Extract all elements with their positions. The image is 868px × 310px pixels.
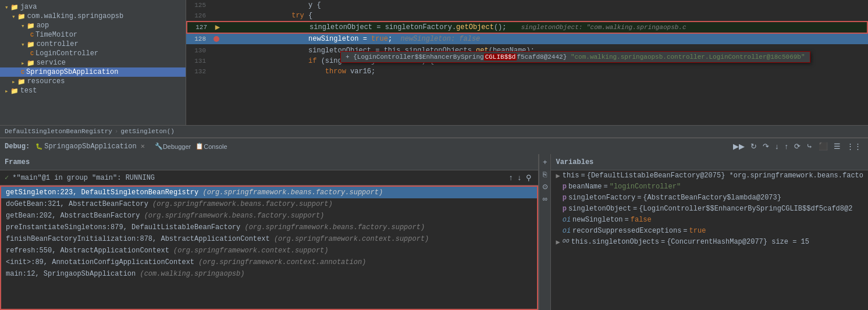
tree-label-resources: resources: [27, 77, 65, 85]
var-item-newsingleton[interactable]: ▶ oi newSingleton = false: [551, 215, 868, 226]
code-content-127: singletonObject = singletonFactory.getOb…: [223, 22, 867, 33]
chevron-down-icon: ▾: [12, 13, 16, 20]
layout-btn[interactable]: ⋮⋮: [845, 141, 863, 152]
tree-item-springaopsb-application[interactable]: C SpringaopSbApplication: [0, 67, 186, 77]
resume-btn[interactable]: ▶▶: [731, 141, 746, 152]
tree-label-springaopsb-application: SpringaopSbApplication: [26, 68, 118, 76]
var-val-this: {DefaultListableBeanFactory@2075} *org.s…: [587, 172, 863, 180]
line-num-125: 125: [186, 0, 211, 10]
frame-item-2[interactable]: getBean:202, AbstractBeanFactory (org.sp…: [1, 210, 537, 222]
side-panel-icons: + ⎘ ⊙ ∞: [539, 154, 551, 310]
code-line-132: 132 throw var16;: [186, 66, 868, 77]
frames-list: getSingleton:223, DefaultSingletonBeanRe…: [0, 186, 538, 310]
force-step-btn[interactable]: ⟳: [792, 141, 802, 152]
tree-item-test[interactable]: ▸ 📁 test: [0, 86, 186, 95]
top-area: ▾ 📁 java ▾ 📁 com.walking.springaopsb ▾ 📁…: [0, 0, 868, 125]
tree-item-aop[interactable]: ▾ 📁 aop: [0, 21, 186, 30]
debug-app-tab[interactable]: 🐛 SpringaopSbApplication ✕: [35, 142, 145, 151]
folder-icon: 📁: [17, 13, 26, 20]
inspect-btn[interactable]: ⊙: [541, 181, 549, 192]
code-content-126: try {: [222, 10, 868, 21]
frame-item-4[interactable]: finishBeanFactoryInitialization:878, Abs…: [1, 233, 537, 245]
frame-pkg-5: (org.springframework.context.support): [173, 247, 328, 255]
step-into-btn[interactable]: ↓: [773, 141, 781, 152]
var-equals: =: [637, 194, 641, 202]
debug-tooltip: + {LoginController$$EnhancerBySpringCGLI…: [340, 51, 810, 63]
thread-up-btn[interactable]: ↑: [507, 173, 515, 183]
frame-item-3[interactable]: preInstantiateSingletons:879, DefaultLis…: [1, 222, 537, 233]
app-icon: 🐛: [35, 143, 42, 150]
var-item-recordsuppressed[interactable]: ▶ oi recordSuppressedExceptions = true: [551, 226, 868, 237]
code-lines: 125 y { 126 try { 127 ▶: [186, 0, 868, 77]
tab-debugger[interactable]: 🔧 Debugger: [153, 141, 193, 151]
var-name-singletonobjects: this.singletonObjects: [571, 238, 659, 246]
thread-filter-btn[interactable]: ⚲: [524, 173, 533, 183]
step-out-btn[interactable]: ↑: [783, 141, 791, 152]
frame-item-1[interactable]: doGetBean:321, AbstractBeanFactory (org.…: [1, 198, 537, 210]
frames-panel: Frames ✓ *"main"@1 in group "main": RUNN…: [0, 154, 539, 310]
close-icon[interactable]: ✕: [141, 142, 145, 151]
frame-pkg-3: (org.springframework.beans.factory.suppo…: [244, 223, 425, 231]
frame-name-4: finishBeanFactoryInitialization:878, Abs…: [6, 235, 274, 243]
breadcrumb-separator: ›: [115, 128, 119, 135]
tab-console[interactable]: 📋 Console: [194, 141, 229, 151]
var-item-singletonfactory[interactable]: ▶ p singletonFactory = {AbstractBeanFact…: [551, 193, 868, 204]
thread-name: *"main"@1 in group "main": RUNNING: [12, 174, 155, 182]
variables-panel-header: Variables: [551, 154, 868, 170]
expand-icon[interactable]: ▶: [556, 172, 560, 180]
var-name-singletonfactory: singletonFactory: [568, 194, 635, 202]
tree-label-test: test: [20, 87, 37, 95]
debug-label: Debug:: [5, 142, 30, 151]
var-item-singletonobject[interactable]: ▶ p singletonObject = {LoginController$$…: [551, 204, 868, 215]
frame-item-7[interactable]: main:12, SpringaopSbApplication (com.wal…: [1, 268, 537, 280]
chevron-right-icon: ▸: [21, 59, 25, 67]
var-name-beanname: beanName: [568, 183, 602, 191]
tree-item-timemoitor[interactable]: C TimeMoitor: [0, 30, 186, 40]
frame-pkg-1: (org.springframework.beans.factory.suppo…: [152, 200, 333, 208]
run-to-cursor-btn[interactable]: ⤷: [805, 141, 814, 152]
frame-item-0[interactable]: getSingleton:223, DefaultSingletonBeanRe…: [1, 187, 537, 198]
stop-btn[interactable]: ⬛: [817, 141, 830, 152]
tree-label-service: service: [37, 59, 66, 67]
frame-name-1: doGetBean:321, AbstractBeanFactory: [6, 200, 152, 208]
chevron-down-icon: ▾: [5, 3, 9, 11]
var-item-beanname[interactable]: ▶ p beanName = "loginController": [551, 181, 868, 193]
code-line-128: 128 newSingleton = true; newSingleton: f…: [186, 34, 868, 44]
tree-item-controller[interactable]: ▾ 📁 controller: [0, 40, 186, 49]
tree-item-java[interactable]: ▾ 📁 java: [0, 2, 186, 12]
breadcrumb-part2[interactable]: getSingleton(): [120, 128, 174, 135]
code-line-125: 125 y {: [186, 0, 868, 10]
frame-item-6[interactable]: <init>:89, AnnotationConfigApplicationCo…: [1, 256, 537, 268]
var-type-oi-icon: oi: [563, 216, 571, 224]
code-editor: 125 y { 126 try { 127 ▶: [186, 0, 868, 125]
var-item-singletonobjects[interactable]: ▶ oo this.singletonObjects = {Concurrent…: [551, 237, 868, 248]
expand-icon[interactable]: ▶: [556, 238, 560, 247]
tree-item-com[interactable]: ▾ 📁 com.walking.springaopsb: [0, 12, 186, 21]
console-label: Console: [204, 143, 227, 150]
rerun-btn[interactable]: ↻: [749, 141, 759, 152]
thread-check-icon: ✓: [5, 173, 9, 182]
tree-item-resources[interactable]: ▸ 📁 resources: [0, 77, 186, 86]
step-over-btn[interactable]: ↷: [761, 141, 771, 152]
frames-panel-header: Frames: [0, 154, 538, 170]
copy-btn[interactable]: ⎘: [542, 169, 548, 180]
thread-down-btn[interactable]: ↓: [515, 173, 523, 183]
tooltip-cglib: CGLIB$$d: [484, 54, 517, 60]
folder-icon: 📁: [27, 22, 35, 30]
debug-bar: Debug: 🐛 SpringaopSbApplication ✕ 🔧 Debu…: [0, 138, 868, 154]
add-watch-btn[interactable]: +: [542, 156, 549, 168]
breadcrumb-part1[interactable]: DefaultSingletonBeanRegistry: [5, 128, 112, 135]
debug-app-name: SpringaopSbApplication: [44, 142, 136, 151]
bottom-panel: Frames ✓ *"main"@1 in group "main": RUNN…: [0, 154, 868, 310]
frame-item-5[interactable]: refresh:550, AbstractApplicationContext …: [1, 245, 537, 256]
var-equals: =: [661, 238, 665, 246]
var-item-this[interactable]: ▶ this = {DefaultListableBeanFactory@207…: [551, 170, 868, 181]
tree-item-service[interactable]: ▸ 📁 service: [0, 58, 186, 67]
tree-item-logincontroller[interactable]: C LoginController: [0, 49, 186, 58]
folder-icon: 📁: [27, 59, 35, 67]
settings-btn[interactable]: ☰: [832, 141, 842, 152]
var-val-recordsuppressed: true: [689, 227, 706, 235]
compare-btn[interactable]: ∞: [541, 194, 549, 204]
folder-icon: 📁: [10, 87, 19, 95]
class-c-icon: C: [30, 51, 34, 57]
